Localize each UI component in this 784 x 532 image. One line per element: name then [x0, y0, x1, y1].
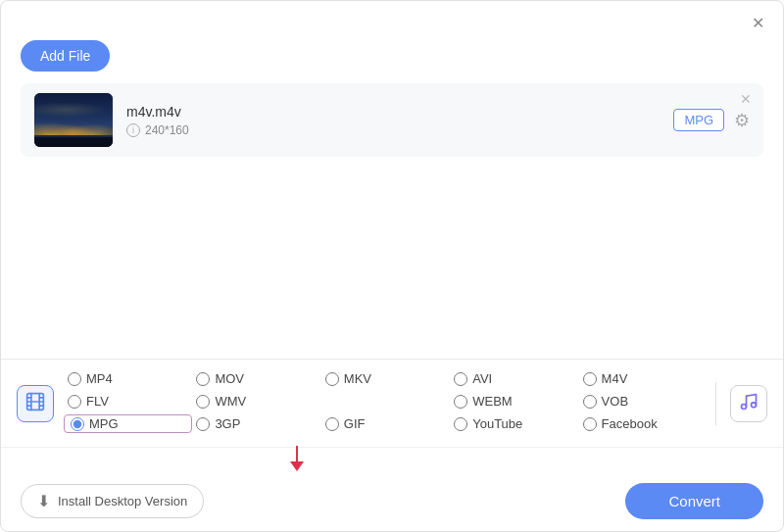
svg-point-9 — [752, 402, 757, 407]
file-close-button[interactable]: ✕ — [740, 91, 752, 107]
content-area — [1, 221, 783, 360]
settings-icon[interactable]: ⚙ — [734, 110, 750, 131]
arrow-indicator — [1, 448, 783, 471]
video-format-tab[interactable] — [17, 385, 54, 422]
format-webm-radio[interactable] — [454, 395, 467, 409]
file-actions: MPG ⚙ — [673, 109, 750, 131]
toolbar: Add File — [1, 32, 783, 83]
format-mp4-radio[interactable] — [68, 372, 81, 386]
format-avi[interactable]: AVI — [450, 369, 578, 388]
file-info: m4v.m4v i 240*160 — [113, 104, 673, 137]
format-mpg[interactable]: MPG — [64, 414, 192, 433]
format-mkv[interactable]: MKV — [321, 369, 450, 388]
install-label: Install Desktop Version — [58, 494, 187, 508]
format-wmv-radio[interactable] — [196, 395, 210, 409]
footer-bar: ⬇ Install Desktop Version Convert — [1, 471, 783, 531]
format-divider — [715, 382, 716, 425]
format-m4v[interactable]: M4V — [579, 369, 708, 388]
format-flv[interactable]: FLV — [64, 392, 192, 411]
info-icon: i — [126, 123, 140, 137]
film-icon — [25, 392, 45, 415]
close-button[interactable]: ✕ — [748, 13, 767, 32]
format-webm[interactable]: WEBM — [450, 392, 578, 411]
format-wmv[interactable]: WMV — [192, 392, 320, 411]
install-button[interactable]: ⬇ Install Desktop Version — [21, 484, 204, 518]
file-meta: i 240*160 — [126, 123, 660, 137]
format-vob[interactable]: VOB — [579, 392, 708, 411]
file-item: m4v.m4v i 240*160 MPG ⚙ ✕ — [21, 83, 763, 157]
download-icon: ⬇ — [37, 492, 50, 510]
music-icon — [739, 392, 759, 415]
file-thumbnail — [34, 93, 113, 147]
format-mp4[interactable]: MP4 — [64, 369, 192, 388]
format-gif[interactable]: GIF — [321, 414, 450, 433]
music-format-tab[interactable] — [730, 385, 767, 422]
format-gif-radio[interactable] — [325, 417, 339, 431]
format-m4v-radio[interactable] — [583, 372, 597, 386]
format-facebook[interactable]: Facebook — [579, 414, 708, 433]
convert-button[interactable]: Convert — [625, 483, 763, 519]
format-mkv-radio[interactable] — [325, 372, 339, 386]
format-grid: MP4 MOV MKV AVI M4V FLV WM — [64, 369, 708, 437]
add-file-button[interactable]: Add File — [21, 40, 110, 72]
svg-point-8 — [742, 404, 747, 409]
format-facebook-radio[interactable] — [583, 417, 597, 431]
format-youtube-radio[interactable] — [454, 417, 467, 431]
format-3gp[interactable]: 3GP — [192, 414, 320, 433]
main-window: ✕ Add File m4v.m4v i 240*160 — [0, 0, 784, 532]
title-bar: ✕ — [1, 1, 783, 32]
file-name: m4v.m4v — [126, 104, 660, 120]
bottom-panel: MP4 MOV MKV AVI M4V FLV WM — [1, 359, 783, 531]
file-list: m4v.m4v i 240*160 MPG ⚙ ✕ — [1, 83, 783, 221]
format-bar: MP4 MOV MKV AVI M4V FLV WM — [1, 360, 783, 448]
format-mov[interactable]: MOV — [192, 369, 320, 388]
format-youtube[interactable]: YouTube — [450, 414, 578, 433]
format-3gp-radio[interactable] — [196, 417, 210, 431]
file-dimensions: 240*160 — [145, 123, 189, 137]
format-flv-radio[interactable] — [68, 395, 81, 409]
format-vob-radio[interactable] — [583, 395, 597, 409]
format-mpg-radio[interactable] — [71, 417, 84, 431]
format-avi-radio[interactable] — [454, 372, 467, 386]
format-mov-radio[interactable] — [196, 372, 210, 386]
format-badge[interactable]: MPG — [673, 109, 724, 131]
